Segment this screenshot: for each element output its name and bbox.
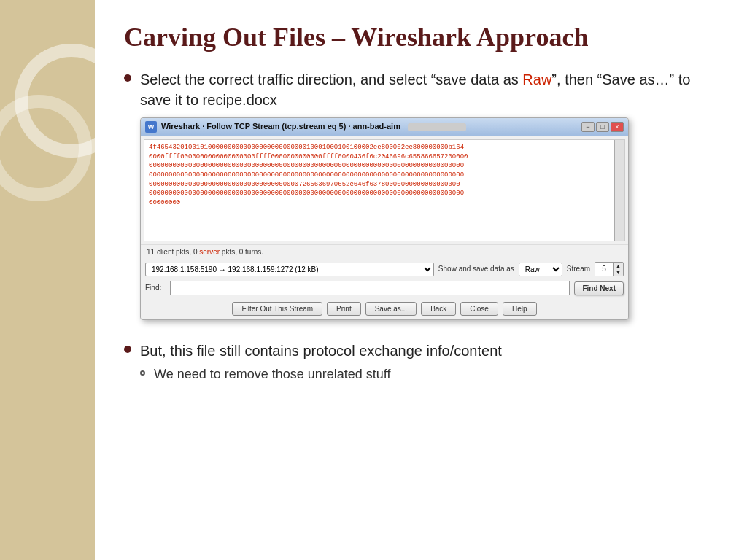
spin-down-arrow[interactable]: ▼: [614, 269, 623, 276]
bullet-dot-2: [124, 346, 131, 353]
bullet1-text-highlight: Raw: [522, 71, 551, 88]
bullet1-text-before: Select the correct traffic direction, an…: [140, 71, 522, 88]
show-save-label: Show and save data as: [438, 264, 514, 274]
bullet-list: Select the correct traffic direction, an…: [124, 69, 718, 397]
hex-line-0: 4f46543201001010000000000000000000000000…: [149, 143, 620, 152]
hex-line-5: 0000000000000000000000000000000000000000…: [149, 189, 620, 198]
dialog-title-text: Wireshark · Follow TCP Stream (tcp.strea…: [161, 121, 400, 132]
server-text: server: [199, 248, 220, 256]
hex-line-3: 0000000000000000000000000000000000000000…: [149, 171, 620, 180]
sub-bullet-text-1: We need to remove those unrelated stuff: [154, 365, 391, 384]
bullet-dot-1: [124, 74, 131, 82]
dialog-title-left: W Wireshark · Follow TCP Stream (tcp.str…: [145, 121, 466, 133]
wireshark-wrapper: W Wireshark · Follow TCP Stream (tcp.str…: [140, 117, 718, 320]
dialog-info-bar: 11 client pkts, 0 server pkts, 0 turns.: [141, 244, 628, 260]
spin-up-arrow[interactable]: ▲: [614, 262, 623, 269]
sub-bullet-dot-1: [140, 370, 145, 376]
dialog-window-controls: − □ ×: [581, 122, 624, 132]
sub-bullet-item-1: We need to remove those unrelated stuff: [140, 365, 718, 384]
find-row: Find: Find Next: [141, 279, 628, 298]
save-format-select[interactable]: Raw: [519, 262, 562, 276]
slide-content: Carving Out Files – Wireshark Approach S…: [95, 0, 747, 560]
stream-selector-row: 192.168.1.158:5190 → 192.168.1.159:1272 …: [141, 260, 628, 279]
slide-title: Carving Out Files – Wireshark Approach: [124, 22, 718, 53]
hex-line-1: 0000ffff0000000000000000000ffff000000000…: [149, 152, 620, 162]
spin-arrows[interactable]: ▲ ▼: [613, 262, 623, 276]
bullet-item-2: But, this file still contains protocol e…: [124, 341, 718, 386]
dialog-action-buttons: Filter Out This Stream Print Save as... …: [141, 298, 628, 319]
bullet2-text: But, this file still contains protocol e…: [140, 343, 502, 359]
stream-select[interactable]: 192.168.1.158:5190 → 192.168.1.159:1272 …: [145, 262, 434, 276]
hex-line-4: 0000000000000000000000000000000000000072…: [149, 180, 620, 190]
filter-out-stream-button[interactable]: Filter Out This Stream: [232, 302, 322, 316]
stream-number-spinner[interactable]: 5 ▲ ▼: [595, 262, 624, 276]
close-dialog-button[interactable]: Close: [460, 302, 498, 316]
bullet-item-1: Select the correct traffic direction, an…: [124, 69, 718, 330]
hex-line-2: 0000000000000000000000000000000000000000…: [149, 161, 620, 171]
hex-line-6: 00000000: [149, 198, 620, 208]
hex-display: 4f46543201001010000000000000000000000000…: [144, 140, 624, 210]
wireshark-dialog[interactable]: W Wireshark · Follow TCP Stream (tcp.str…: [140, 117, 629, 320]
dialog-titlebar: W Wireshark · Follow TCP Stream (tcp.str…: [141, 118, 628, 136]
minimize-button[interactable]: −: [581, 122, 595, 132]
hex-scrollbar[interactable]: [614, 140, 624, 241]
close-window-button[interactable]: ×: [611, 122, 624, 132]
find-label: Find:: [145, 283, 166, 293]
stream-label: Stream: [567, 264, 590, 274]
maximize-button[interactable]: □: [596, 122, 609, 132]
bullet-content-2: But, this file still contains protocol e…: [140, 341, 718, 386]
hex-content-area: 4f46543201001010000000000000000000000000…: [144, 139, 625, 241]
print-button[interactable]: Print: [327, 302, 361, 316]
wireshark-icon: W: [145, 121, 157, 133]
find-next-button[interactable]: Find Next: [574, 281, 624, 295]
back-button[interactable]: Back: [421, 302, 456, 316]
stream-number: 5: [595, 262, 613, 276]
help-button[interactable]: Help: [503, 302, 537, 316]
title-blurred-region: [408, 123, 466, 131]
find-input[interactable]: [170, 281, 570, 295]
sub-bullet-list: We need to remove those unrelated stuff: [140, 365, 718, 384]
save-as-button[interactable]: Save as...: [365, 302, 417, 316]
bullet-content-1: Select the correct traffic direction, an…: [140, 69, 718, 330]
decorative-sidebar: [0, 0, 95, 560]
